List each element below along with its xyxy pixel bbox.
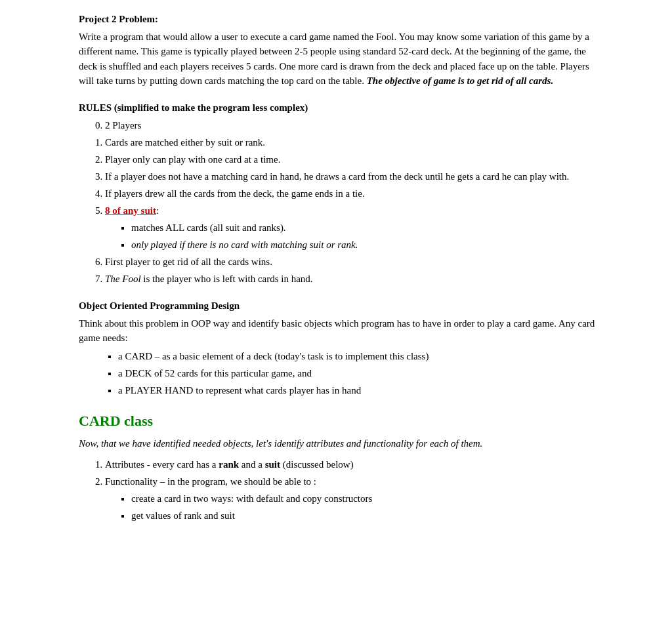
rule-5-sub-0: matches ALL cards (all suit and ranks).	[131, 220, 606, 235]
card-class-heading: CARD class	[79, 410, 606, 432]
card-class-func-0: create a card in two ways: with default …	[131, 491, 606, 506]
card-class-heading-text: CARD class	[79, 413, 153, 429]
page-content: Project 2 Problem: Write a program that …	[0, 0, 672, 562]
oop-item-2-text: a PLAYER HAND to represent what cards pl…	[118, 385, 361, 396]
rule-4-text: If players drew all the cards from the d…	[105, 188, 365, 199]
rule-5-sub-1-text: only played if there is no card with mat…	[131, 239, 358, 250]
card-class-func-0-text: create a card in two ways: with default …	[131, 493, 372, 504]
rule-0-text: 2 Players	[105, 120, 141, 131]
rule-5-red-text: 8 of any suit	[105, 205, 156, 216]
card-class-section: CARD class Now, that we have identified …	[79, 410, 606, 523]
rules-section: RULES (simplified to make the program le…	[79, 100, 606, 287]
rules-list: 2 Players Cards are matched either by su…	[105, 117, 606, 287]
card-class-rank: rank	[219, 459, 239, 470]
rule-3-text: If a player does not have a matching car…	[105, 171, 569, 182]
oop-item-2: a PLAYER HAND to represent what cards pl…	[118, 382, 606, 398]
project-objective-italic: The objective of game is to get rid of a…	[367, 75, 554, 86]
card-class-and: and a	[239, 459, 265, 470]
card-class-item-0: Attributes - every card has a rank and a…	[105, 457, 606, 472]
rule-7-italic-text: The Fool	[105, 274, 141, 284]
oop-section: Object Oriented Programming Design Think…	[79, 298, 606, 398]
card-class-func-1-text: get values of rank and suit	[131, 510, 235, 521]
rule-5-sub-0-text: matches ALL cards (all suit and ranks).	[131, 222, 286, 233]
oop-item-1-text: a DECK of 52 cards for this particular g…	[118, 368, 312, 378]
rule-7-rest-text: is the player who is left with cards in …	[141, 274, 313, 284]
oop-list: a CARD – as a basic element of a deck (t…	[118, 348, 606, 398]
rule-5-subitems: matches ALL cards (all suit and ranks). …	[131, 220, 606, 253]
rule-1: Cards are matched either by suit or rank…	[105, 134, 606, 150]
oop-item-0-text: a CARD – as a basic element of a deck (t…	[118, 351, 429, 361]
rule-1-text: Cards are matched either by suit or rank…	[105, 137, 265, 148]
rule-5-colon: :	[156, 205, 159, 216]
rules-title: RULES (simplified to make the program le…	[79, 100, 606, 115]
card-class-item-1: Functionality – in the program, we shoul…	[105, 474, 606, 523]
card-class-functionality-list: create a card in two ways: with default …	[131, 491, 606, 523]
rule-7: The Fool is the player who is left with …	[105, 271, 606, 287]
card-class-item-1-label: Functionality – in the program, we shoul…	[105, 476, 316, 487]
project-section: Project 2 Problem: Write a program that …	[79, 12, 606, 89]
card-class-italic-intro: Now, that we have identified needed obje…	[79, 436, 606, 451]
card-class-item-0-label: Attributes - every card has a	[105, 459, 219, 470]
oop-item-1: a DECK of 52 cards for this particular g…	[118, 365, 606, 381]
project-title: Project 2 Problem:	[79, 12, 606, 27]
oop-intro: Think about this problem in OOP way and …	[79, 316, 606, 346]
rule-6-text: First player to get rid of all the cards…	[105, 256, 272, 267]
card-class-suit: suit	[265, 459, 280, 470]
rule-2: Player only can play with one card at a …	[105, 152, 606, 167]
card-class-func-1: get values of rank and suit	[131, 508, 606, 523]
rule-0: 2 Players	[105, 117, 606, 133]
card-class-numbered-list: Attributes - every card has a rank and a…	[105, 457, 606, 523]
rule-4: If players drew all the cards from the d…	[105, 186, 606, 201]
rule-2-text: Player only can play with one card at a …	[105, 154, 280, 165]
rule-3: If a player does not have a matching car…	[105, 169, 606, 184]
project-intro-para: Write a program that would allow a user …	[79, 30, 606, 89]
project-title-text: Project 2 Problem:	[79, 14, 158, 24]
oop-title: Object Oriented Programming Design	[79, 298, 606, 314]
card-class-discussed: (discussed below)	[280, 459, 354, 470]
rule-6: First player to get rid of all the cards…	[105, 254, 606, 270]
oop-item-0: a CARD – as a basic element of a deck (t…	[118, 348, 606, 364]
rule-5: 8 of any suit: matches ALL cards (all su…	[105, 203, 606, 253]
rule-5-sub-1: only played if there is no card with mat…	[131, 237, 606, 253]
